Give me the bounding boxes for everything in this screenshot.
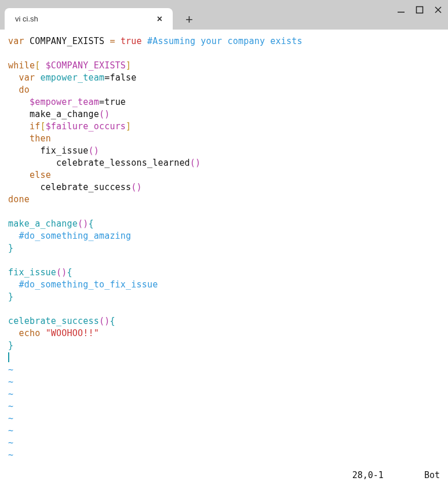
parens: () xyxy=(88,145,99,156)
text xyxy=(8,121,30,132)
text xyxy=(142,36,147,46)
keyword: var xyxy=(8,36,24,46)
variable: $failure_occurs xyxy=(46,121,126,132)
text xyxy=(40,60,45,71)
tilde-line: ~ xyxy=(8,425,13,436)
cursor-position: 28,0-1 xyxy=(352,470,384,480)
text: =false xyxy=(104,72,136,83)
operator: = xyxy=(110,36,115,46)
keyword: var xyxy=(19,72,35,83)
parens: () xyxy=(131,182,141,192)
tilde-line: ~ xyxy=(8,450,13,460)
new-tab-icon[interactable]: + xyxy=(180,13,199,26)
text xyxy=(40,328,45,338)
text xyxy=(8,97,30,107)
brace: { xyxy=(110,316,115,326)
keyword: then xyxy=(30,133,51,144)
tab-close-icon[interactable]: × xyxy=(154,13,166,25)
keyword: while xyxy=(8,60,35,71)
keyword: else xyxy=(30,170,51,180)
brace: } xyxy=(8,243,13,253)
bracket: [ xyxy=(35,60,40,71)
tilde-line: ~ xyxy=(8,413,13,424)
bracket: ] xyxy=(126,121,131,132)
text xyxy=(8,279,19,290)
text: make_a_change xyxy=(8,109,99,119)
text xyxy=(8,328,19,338)
bracket: [ xyxy=(40,121,45,132)
tab-title: vi ci.sh xyxy=(15,14,154,23)
brace: } xyxy=(8,291,13,302)
title-bar: vi ci.sh × + xyxy=(0,0,448,30)
tilde-line: ~ xyxy=(8,438,13,448)
cursor-icon xyxy=(8,352,9,362)
variable: $COMPANY_EXISTS xyxy=(46,60,126,71)
svg-rect-1 xyxy=(417,7,423,13)
maximize-icon[interactable] xyxy=(416,6,424,14)
tilde-line: ~ xyxy=(8,365,13,375)
boolean: true xyxy=(121,36,142,46)
tilde-line: ~ xyxy=(8,389,13,399)
text xyxy=(8,133,30,144)
tab-active[interactable]: vi ci.sh × xyxy=(5,8,173,30)
function-name: fix_issue xyxy=(8,267,56,278)
text xyxy=(8,170,30,180)
code-content[interactable]: var COMPANY_EXISTS = true #Assuming your… xyxy=(0,30,448,470)
text: celebrate_success xyxy=(8,182,131,192)
text: celebrate_lessons_learned xyxy=(8,158,190,168)
keyword: if xyxy=(30,121,40,132)
tilde-line: ~ xyxy=(8,401,13,411)
bracket: ] xyxy=(126,60,131,71)
brace: { xyxy=(88,218,93,229)
brace: } xyxy=(8,340,13,351)
string: "WOOHOO!!" xyxy=(46,328,99,338)
brace: { xyxy=(67,267,72,278)
tilde-line: ~ xyxy=(8,377,13,387)
parens: () xyxy=(78,218,88,229)
parens: () xyxy=(99,316,110,326)
minimize-icon[interactable] xyxy=(397,6,405,14)
parens: () xyxy=(190,158,201,168)
keyword: do xyxy=(19,85,29,95)
text xyxy=(8,231,19,241)
identifier: empower_team xyxy=(40,72,104,83)
comment: #Assuming your company exists xyxy=(147,36,303,46)
keyword: echo xyxy=(19,328,40,338)
function-name: celebrate_success xyxy=(8,316,99,326)
keyword: done xyxy=(8,194,30,205)
comment: #do_something_amazing xyxy=(19,231,131,241)
window-controls xyxy=(397,6,442,14)
text xyxy=(8,85,19,95)
text: fix_issue xyxy=(8,145,88,156)
text: COMPANY_EXISTS xyxy=(24,36,110,46)
text xyxy=(115,36,121,46)
parens: () xyxy=(99,109,110,119)
function-name: make_a_change xyxy=(8,218,78,229)
text: =true xyxy=(99,97,126,107)
close-window-icon[interactable] xyxy=(434,6,442,14)
scroll-location: Bot xyxy=(424,470,440,480)
status-bar: 28,0-1 Bot xyxy=(0,470,448,492)
editor-area[interactable]: var COMPANY_EXISTS = true #Assuming your… xyxy=(0,30,448,492)
text xyxy=(8,72,19,83)
parens: () xyxy=(56,267,67,278)
comment: #do_something_to_fix_issue xyxy=(19,279,158,290)
variable: $empower_team xyxy=(30,97,99,107)
